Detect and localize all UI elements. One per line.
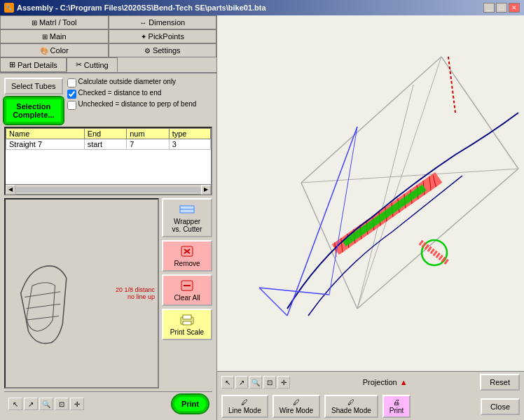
scroll-left-button[interactable]: ◀ <box>6 185 15 195</box>
app-icon: 🔧 <box>4 3 14 13</box>
svg-rect-11 <box>183 315 191 319</box>
checkbox-area: Calculate outside diameter only Checked … <box>67 78 197 110</box>
right-print-icon: 🖨 <box>393 398 400 406</box>
projection-area: Projection ▲ <box>363 378 408 386</box>
color-icon: 🎨 <box>40 47 48 55</box>
tab-pickpoints[interactable]: ✦ PickPoints <box>109 29 217 43</box>
right-fit-button[interactable]: ⊡ <box>263 376 276 388</box>
remove-icon <box>179 244 195 258</box>
tab-color-label: Color <box>50 46 69 55</box>
checked-distance-checkbox[interactable] <box>67 90 76 99</box>
col-type-header: type <box>169 129 210 139</box>
remove-label: Remove <box>174 260 200 267</box>
print-scale-label: Print Scale <box>170 328 204 336</box>
projection-label: Projection <box>363 378 397 386</box>
calculate-outside-label: Calculate outside diameter only <box>78 78 177 85</box>
tab-row-3: 🎨 Color ⚙ Settings <box>0 43 216 57</box>
line-mode-button[interactable]: 🖊 Line Mode <box>221 395 268 418</box>
part-details-icon: ⊞ <box>9 60 15 69</box>
clear-all-label: Clear All <box>174 294 200 302</box>
content-tab-row: ⊞ Part Details ✂ Cutting <box>0 57 216 74</box>
select-tool-button[interactable]: ↖ <box>8 398 22 410</box>
right-toolbar-top: ↖ ↗ 🔍 ⊡ ✛ Projection ▲ Reset <box>217 372 524 393</box>
horizontal-scrollbar[interactable]: ◀ ▶ <box>6 184 211 194</box>
left-panel: ⊞ Matrl / Tool ↔ Dimension ⊞ Main ✦ Pick… <box>0 15 217 420</box>
cell-name: Straight 7 <box>6 139 85 150</box>
scroll-right-button[interactable]: ▶ <box>201 185 211 195</box>
selection-complete-button[interactable]: SelectionComplete... <box>4 97 63 124</box>
cell-type: 3 <box>169 139 210 150</box>
right-panel: ↖ ↗ 🔍 ⊡ ✛ Projection ▲ Reset 🖊 Line Mode <box>217 15 524 420</box>
tab-settings[interactable]: ⚙ Settings <box>109 43 217 57</box>
right-toolbar-icons: ↖ ↗ 🔍 ⊡ ✛ <box>221 376 290 388</box>
unchecked-distance-label: Unchecked = distance to perp of bend <box>78 100 197 108</box>
col-name-header: Name <box>6 129 85 139</box>
unchecked-distance-checkbox[interactable] <box>67 101 76 110</box>
unchecked-distance-row: Unchecked = distance to perp of bend <box>67 100 197 110</box>
crosshair-tool-button[interactable]: ✛ <box>70 398 84 410</box>
cell-end: start <box>84 139 127 150</box>
line-mode-icon: 🖊 <box>241 398 248 406</box>
panel-content: Select Tubes SelectionComplete... Calcul… <box>0 74 216 420</box>
print-button[interactable]: Print <box>172 395 208 413</box>
shade-mode-button[interactable]: 🖊 Shade Mode <box>324 395 378 418</box>
tab-cutting[interactable]: ✂ Cutting <box>67 57 118 72</box>
tab-color[interactable]: 🎨 Color <box>0 43 109 57</box>
zoom-tool-button[interactable]: 🔍 <box>39 398 53 410</box>
rotate-tool-button[interactable]: ↗ <box>24 398 38 410</box>
table-row: Straight 7start73 <box>6 139 211 150</box>
tab-cutting-label: Cutting <box>84 61 109 69</box>
col-end-header: End <box>84 129 127 139</box>
right-zoom-button[interactable]: 🔍 <box>249 376 262 388</box>
scroll-track[interactable] <box>15 187 201 192</box>
wrapper-vs-cutter-button[interactable]: Wrappervs. Cutter <box>162 198 212 237</box>
left-bottom-toolbar: ↖ ↗ 🔍 ⊡ ✛ Print <box>4 391 212 416</box>
view-mode-buttons: 🖊 Line Mode 🖊 Wire Mode 🖊 Shade Mode 🖨 P… <box>221 395 411 418</box>
wrapper-cutter-icon <box>179 202 195 216</box>
minimize-button[interactable]: _ <box>483 3 495 13</box>
tab-part-details[interactable]: ⊞ Part Details <box>0 57 67 72</box>
col-num-header: num <box>127 129 170 139</box>
line-mode-label: Line Mode <box>228 407 261 414</box>
svg-line-0 <box>25 292 60 298</box>
measurement-label-2: no line up <box>116 293 155 300</box>
reset-button[interactable]: Reset <box>480 374 520 391</box>
select-tubes-button[interactable]: Select Tubes <box>4 78 63 94</box>
tab-main[interactable]: ⊞ Main <box>0 29 109 43</box>
right-select-button[interactable]: ↖ <box>221 376 234 388</box>
tab-matrl-tool[interactable]: ⊞ Matrl / Tool <box>0 15 109 29</box>
tab-pickpoints-label: PickPoints <box>149 32 184 41</box>
cutting-icon: ✂ <box>76 60 82 69</box>
clear-all-icon <box>179 279 195 293</box>
right-bottom-panel: ↖ ↗ 🔍 ⊡ ✛ Projection ▲ Reset 🖊 Line Mode <box>217 371 524 420</box>
right-print-button[interactable]: 🖨 Print <box>382 395 411 418</box>
shade-mode-icon: 🖊 <box>347 398 354 406</box>
print-scale-button[interactable]: Print Scale <box>162 309 212 340</box>
fit-tool-button[interactable]: ⊡ <box>55 398 69 410</box>
right-rotate-button[interactable]: ↗ <box>235 376 248 388</box>
close-window-button[interactable]: ✕ <box>509 3 520 13</box>
right-crosshair-button[interactable]: ✛ <box>277 376 290 388</box>
cell-num: 7 <box>127 139 170 150</box>
remove-button[interactable]: Remove <box>162 240 212 272</box>
maximize-button[interactable]: □ <box>496 3 507 13</box>
tab-part-details-label: Part Details <box>18 61 57 69</box>
calculate-outside-row: Calculate outside diameter only <box>67 78 197 88</box>
settings-icon: ⚙ <box>144 47 151 55</box>
tab-row-1: ⊞ Matrl / Tool ↔ Dimension <box>0 15 216 29</box>
preview-labels: 20 1/8 distanc no line up <box>116 286 155 300</box>
clear-all-button[interactable]: Clear All <box>162 274 212 306</box>
right-print-label: Print <box>389 407 404 414</box>
table-scroll-area[interactable]: Name End num type Straight 7start73 <box>6 128 211 184</box>
window-title: Assembly - C:\Program Files\2020SS\Bend-… <box>17 4 266 12</box>
data-table: Name End num type Straight 7start73 <box>6 128 211 150</box>
svg-line-1 <box>26 304 60 309</box>
data-table-container: Name End num type Straight 7start73 ◀ ▶ <box>4 127 212 195</box>
tab-dimension[interactable]: ↔ Dimension <box>109 15 217 29</box>
preview-area: 20 1/8 distanc no line up <box>4 198 159 388</box>
close-button[interactable]: Close <box>481 398 520 415</box>
wire-mode-button[interactable]: 🖊 Wire Mode <box>273 395 320 418</box>
wire-mode-icon: 🖊 <box>293 398 300 406</box>
tab-dimension-label: Dimension <box>149 18 185 27</box>
calculate-outside-checkbox[interactable] <box>67 78 76 88</box>
